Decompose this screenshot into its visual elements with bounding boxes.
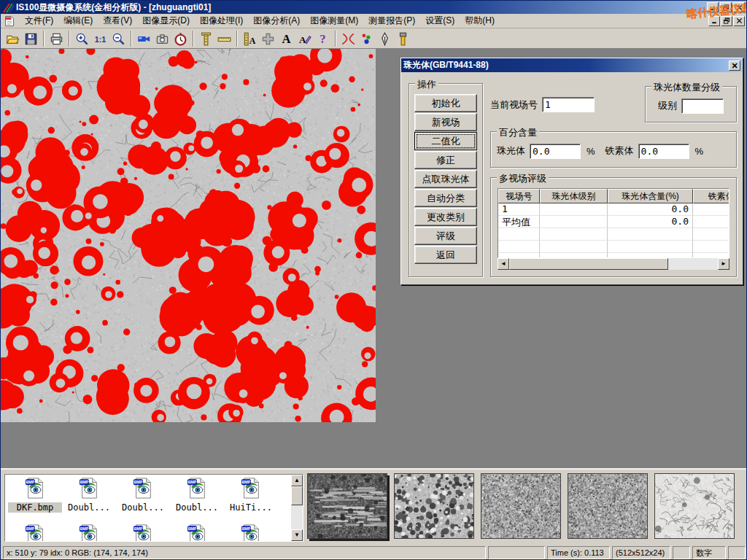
help-icon[interactable]: ? (314, 30, 332, 47)
table-header-2[interactable]: 珠光体含量(%) (608, 189, 693, 203)
grid-cross-icon[interactable] (259, 30, 277, 47)
minimize-button[interactable] (707, 2, 719, 12)
table-cell (693, 203, 729, 216)
scroll-down-icon[interactable]: ▼ (291, 529, 303, 541)
file-item[interactable]: BMPDoubl... (116, 477, 170, 513)
menu-image-process[interactable]: 图像处理(I) (195, 13, 248, 28)
scroll-right-icon[interactable]: ► (718, 258, 729, 270)
menu-file[interactable]: 文件(F) (20, 13, 58, 28)
cursor-position-readout: x: 510 y: 79 idx: 0 RGB: (174, 174, 174) (3, 546, 486, 559)
timer-icon[interactable] (171, 30, 190, 47)
table-header-1[interactable]: 珠光体级别 (540, 189, 608, 203)
table-horizontal-scrollbar[interactable]: ◄ ► (498, 258, 729, 270)
file-item[interactable]: BMP (62, 524, 116, 542)
scrollbar-thumb[interactable] (509, 258, 668, 270)
file-item[interactable]: BMP (224, 524, 278, 542)
new-field-button[interactable]: 新视场 (414, 113, 477, 131)
file-item[interactable]: BMP (116, 524, 170, 542)
auto-classify-button[interactable]: 自动分类 (414, 189, 477, 207)
file-item[interactable]: BMPDoubl... (170, 477, 224, 513)
table-row[interactable] (498, 228, 729, 241)
svg-text:BMP: BMP (187, 526, 196, 531)
table-header-3[interactable]: 铁素体含量(%) (693, 189, 729, 203)
table-row[interactable]: 10.0 (498, 203, 729, 216)
grade-input[interactable] (681, 98, 724, 114)
measure-scale-icon[interactable]: A (241, 30, 259, 47)
close-button[interactable] (733, 2, 745, 12)
mdi-restore-button[interactable] (721, 16, 732, 26)
file-item[interactable]: BMPHuiTi... (224, 477, 278, 513)
multi-field-group-label: 多视场评级 (497, 172, 549, 185)
file-item[interactable]: BMPDKF.bmp (8, 477, 62, 513)
grade-group: 珠光体数量分级 级别 (645, 86, 737, 122)
window-titlebar[interactable]: IS100显微摄像系统(金相分析版) - [zhuguangti01] (1, 1, 746, 14)
camera-icon[interactable] (153, 30, 171, 47)
file-item[interactable]: BMPDoubl... (62, 477, 116, 513)
menu-image-display[interactable]: 图像显示(D) (137, 13, 195, 28)
caliper-icon[interactable] (197, 30, 215, 47)
document-icon[interactable] (4, 15, 15, 27)
file-item[interactable]: BMP (8, 524, 62, 542)
open-icon[interactable] (4, 30, 22, 47)
pearlite-percent-input[interactable] (530, 144, 581, 159)
menu-image-analysis[interactable]: 图像分析(A) (248, 13, 305, 28)
video-camera-icon[interactable] (135, 30, 153, 47)
menu-edit[interactable]: 编辑(E) (58, 13, 98, 28)
thumbnail-2[interactable] (394, 473, 474, 539)
table-row[interactable] (498, 253, 729, 258)
file-list-scrollbar[interactable]: ▲ ▼ (291, 475, 303, 541)
dialog-titlebar[interactable]: 珠光体(GB/T9441-88) ✕ (401, 58, 743, 72)
mdi-minimize-button[interactable] (708, 16, 720, 26)
text-icon[interactable]: A (277, 30, 295, 47)
file-item[interactable]: BMP (170, 524, 224, 542)
thumbnail-5[interactable] (654, 473, 735, 539)
scroll-left-icon[interactable]: ◄ (498, 258, 509, 270)
actual-size-icon[interactable]: 1:1 (91, 30, 109, 47)
status-panel-3 (673, 546, 690, 559)
correct-button[interactable]: 修正 (414, 151, 477, 169)
save-icon[interactable] (22, 30, 40, 47)
zoom-in-icon[interactable] (73, 30, 91, 47)
toolbar-separator (236, 31, 238, 47)
app-logo-icon (2, 2, 14, 13)
mdi-close-button[interactable] (733, 16, 745, 26)
table-row[interactable] (498, 241, 729, 253)
menu-view[interactable]: 查看(V) (98, 13, 137, 28)
table-row[interactable]: 平均值0.0 (498, 216, 729, 228)
rate-button[interactable]: 评级 (414, 227, 477, 245)
current-field-input[interactable] (542, 97, 595, 112)
menu-measure-report[interactable]: 测量报告(P) (363, 13, 420, 28)
status-panel-4: 数字 (692, 546, 726, 559)
scrollbar-thumb[interactable] (291, 486, 303, 505)
restore-button[interactable] (720, 2, 732, 12)
thumbnail-1[interactable] (307, 473, 387, 539)
menu-image-measure[interactable]: 图像测量(M) (305, 13, 363, 28)
menu-help[interactable]: 帮助(H) (460, 13, 500, 28)
metallograph-image[interactable] (1, 49, 376, 422)
scroll-up-icon[interactable]: ▲ (291, 475, 303, 486)
pen-icon[interactable] (376, 30, 394, 47)
menu-settings[interactable]: 设置(S) (420, 13, 460, 28)
table-cell (540, 203, 608, 216)
percent-group-label: 百分含量 (497, 126, 539, 139)
print-icon[interactable] (47, 30, 66, 47)
return-button[interactable]: 返回 (414, 246, 477, 264)
ruler-icon[interactable] (215, 30, 233, 47)
zoom-out-icon[interactable] (109, 30, 128, 47)
ferrite-percent-input[interactable] (638, 144, 689, 159)
change-class-button[interactable]: 更改类别 (414, 208, 477, 226)
thumbnail-3[interactable] (481, 473, 561, 539)
svg-text:BMP: BMP (187, 480, 196, 484)
dialog-close-button[interactable]: ✕ (729, 61, 740, 71)
binarize-button[interactable]: 二值化 (414, 132, 477, 150)
particle-analysis-icon[interactable] (357, 30, 376, 47)
svg-text:BMP: BMP (26, 480, 34, 484)
curve-tool-icon[interactable] (339, 30, 357, 47)
svg-text:BMP: BMP (241, 480, 250, 484)
annotate-icon[interactable]: A (295, 30, 314, 47)
thumbnail-4[interactable] (568, 473, 648, 539)
initialize-button[interactable]: 初始化 (414, 94, 477, 112)
table-header-0[interactable]: 视场号 (498, 189, 540, 203)
pick-pearlite-button[interactable]: 点取珠光体 (414, 170, 477, 188)
brush-icon[interactable] (394, 30, 412, 47)
